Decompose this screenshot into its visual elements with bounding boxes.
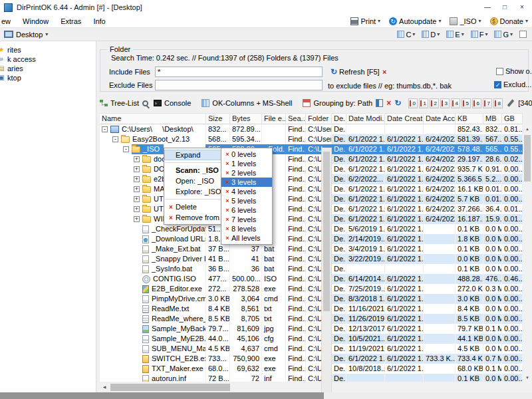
expand-level-button-1[interactable]: 1 [419,98,428,108]
table-row[interactable]: Sample_MyBackground.j...79.7...81,609jpg… [100,324,523,334]
table-row[interactable]: SWITCH_E2B.exe733...750,900exeFind...C:\… [100,354,523,364]
tree-expander[interactable]: - [102,126,108,132]
checkbox-icon[interactable] [519,31,527,38]
cell-name[interactable]: SUB_MENU_Maker.cmd [100,344,206,354]
cell-name[interactable]: ReadMe_where_to_put_fi... [100,314,206,324]
tree-list-button[interactable]: Tree-List [100,99,139,107]
column-header-size[interactable]: Size [206,114,230,124]
table-row[interactable]: _Snappy Driver Installer...41 B...41batF… [100,254,523,264]
table-row[interactable]: CONTIG.ISO477...500.00...ISOFind...C:\Us… [100,274,523,284]
context-menu-item-open-iso[interactable]: Open: _ISO [164,176,229,186]
console-button[interactable]: › Console [154,99,191,107]
cell-name[interactable]: CONTIG.ISO [100,274,206,284]
column-header-date-modi[interactable]: Date Modi... [346,114,385,124]
context-menu-item-delete[interactable]: ×Delete [164,201,229,212]
expand-level-button-6[interactable]: 6 [472,98,481,108]
tree-expander[interactable]: + [134,206,140,212]
scrollbar-thumb[interactable] [110,384,230,391]
submenu-item-5-levels[interactable]: ×5 levels [221,196,272,205]
table-row[interactable]: E2B_Editor.exe272...278.528exeFind...C:\… [100,284,523,294]
expand-level-button-5[interactable]: 5 [462,98,471,108]
column-button-e[interactable]: E▾ [446,31,464,39]
context-menu-item-explore-iso[interactable]: Explore: _ISO [164,186,229,197]
table-row[interactable]: SUB_MENU_Maker.cmd4.5 KB4,637cmdFind...C… [100,344,523,354]
column-header-date-creat[interactable]: Date Creat... [385,114,424,124]
menubar-button-iso[interactable]: _ISO▾ [450,17,481,25]
table-row[interactable]: autorun.inf72 B...72infFind...C:\Users..… [100,374,523,382]
expand-level-button-4[interactable]: 4 [451,98,460,108]
submenu-item-3-levels[interactable]: ×3 levels [221,178,272,187]
submenu-item-0-levels[interactable]: ×0 levels [221,150,272,159]
sidebar-item-aries[interactable]: aries [0,64,96,73]
submenu-item-1-levels[interactable]: ×1 levels [221,159,272,168]
column-header-name[interactable]: Name [100,114,206,124]
table-row[interactable]: Sample_MyE2B.cfg44.0...45,106cfgFind...C… [100,334,523,344]
column-button-f[interactable]: F▾ [471,31,488,39]
menu-item-window[interactable]: Window [17,17,55,25]
cell-name[interactable]: Sample_MyBackground.j... [100,324,206,334]
sidebar-item-rites[interactable]: rites [0,45,96,55]
column-button-d[interactable]: D▾ [422,31,440,39]
exclude-files-input[interactable] [155,80,323,90]
submenu-item-4-levels[interactable]: ×4 levels [221,187,272,196]
tree-expander[interactable]: + [134,156,140,162]
submenu-item-all-levels[interactable]: ×All levels [221,233,272,243]
scroll-up-arrow[interactable]: ▲ [523,124,532,134]
exclude-option-checkbox[interactable]: ✓ [494,81,501,88]
table-row[interactable]: -C:\Users\ \Desktop\832...872.89...Find.… [100,124,523,134]
column-header-mb[interactable]: MB [483,114,502,124]
cell-name[interactable]: PimpMyDrive.cmd [100,294,206,304]
tree-expander[interactable]: - [112,136,118,142]
tree-expander[interactable]: + [134,216,140,222]
cell-name[interactable]: TXT_Maker.exe [100,364,206,374]
scrollbar-thumb[interactable] [524,135,531,182]
cell-name[interactable]: _CheckForUpdate.cmd [100,224,206,234]
cell-name[interactable]: Sample_MyE2B.cfg [100,334,206,344]
column-header-folder[interactable]: Folder [306,114,332,124]
vertical-scrollbar[interactable]: ▲ ▼ [523,124,532,382]
expand-level-button-7[interactable]: 7 [483,98,492,108]
include-files-input[interactable] [155,66,323,77]
cell-name[interactable]: ReadMe.txt [100,304,206,314]
sidebar-item-k-access[interactable]: k access [0,55,96,64]
refresh-list-icon[interactable]: ↻ [394,99,401,107]
expand-level-button-0[interactable]: 0 [408,98,418,108]
left-pane-vertical-scrollbar[interactable] [321,148,332,394]
tree-expander[interactable]: + [134,176,140,182]
context-menu-item-scann-iso[interactable]: Scann: _ISO [164,165,229,176]
column-header-kb[interactable]: KB [456,114,483,124]
refresh-button[interactable]: ↻ Refresh [F5] [331,68,380,76]
column-header-bytes[interactable]: Bytes [230,114,262,124]
table-row[interactable]: TXT_Maker.exe68.0...69,632exeFind...C:\U… [100,364,523,374]
cell-name[interactable]: SWITCH_E2B.exe [100,354,206,364]
cell-name[interactable]: _Snappy Driver Installer... [100,254,206,264]
horizontal-scrollbar[interactable]: ◀ ▶ [100,382,332,392]
scrollbar-thumb[interactable] [323,152,330,311]
location-dropdown[interactable]: Desktop ▾ [4,31,48,39]
scroll-down-arrow[interactable]: ▼ [523,373,532,382]
close-button[interactable]: × [513,0,531,15]
table-row[interactable]: -Easy2Boot_v2.13568...595.34...Find...C:… [100,134,523,144]
tree-expander[interactable]: + [134,166,140,172]
menu-item-info[interactable]: Info [87,17,111,25]
show-option-checkbox[interactable] [496,68,503,75]
submenu-item-8-levels[interactable]: ×8 levels [221,224,272,233]
cell-name[interactable]: _SysInfo.bat [100,264,206,274]
columns-config-icon[interactable] [376,99,383,107]
sidebar-item-ktop[interactable]: ktop [0,73,96,82]
tree-expander[interactable]: + [134,196,140,202]
column-button-g[interactable]: G▾ [494,31,513,39]
tools-icon[interactable] [507,99,515,107]
expand-level-button-3[interactable]: 3 [440,98,450,108]
tree-expander[interactable]: + [134,186,140,192]
column-header-gb[interactable]: GB [502,114,523,124]
expand-level-button-8[interactable]: 8 [493,98,503,108]
maximize-button[interactable]: □ [496,0,513,15]
cell-name[interactable]: E2B_Editor.exe [100,284,206,294]
column-header-de[interactable]: De... [332,114,346,124]
context-menu-item-remove-from-list[interactable]: ×Remove from list [164,212,229,223]
submenu-item-7-levels[interactable]: ×7 levels [221,215,272,224]
menubar-button-print[interactable]: Print▾ [350,17,380,25]
scroll-left-arrow[interactable]: ◀ [100,382,109,392]
table-row[interactable]: _CheckForUpdate.cmd51...Find...C:\Users\… [100,224,523,234]
